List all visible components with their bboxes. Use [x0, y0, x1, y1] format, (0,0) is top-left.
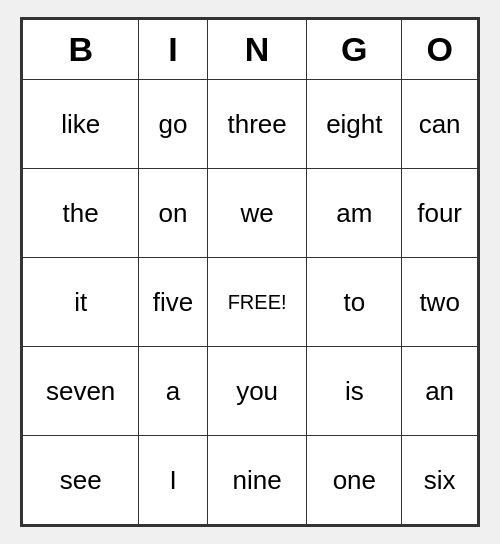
bingo-card: B I N G O likegothreeeightcantheonweamfo… — [20, 17, 480, 527]
cell-r2-c4: two — [402, 258, 478, 347]
cell-r4-c2: nine — [207, 436, 307, 525]
cell-r4-c4: six — [402, 436, 478, 525]
header-g: G — [307, 20, 402, 80]
cell-r3-c1: a — [139, 347, 208, 436]
cell-r1-c1: on — [139, 169, 208, 258]
cell-r2-c0: it — [23, 258, 139, 347]
cell-r1-c3: am — [307, 169, 402, 258]
cell-r0-c1: go — [139, 80, 208, 169]
cell-r0-c0: like — [23, 80, 139, 169]
table-row: likegothreeeightcan — [23, 80, 478, 169]
cell-r4-c1: I — [139, 436, 208, 525]
cell-r2-c2: FREE! — [207, 258, 307, 347]
cell-r2-c1: five — [139, 258, 208, 347]
header-o: O — [402, 20, 478, 80]
cell-r1-c2: we — [207, 169, 307, 258]
bingo-body: likegothreeeightcantheonweamfouritfiveFR… — [23, 80, 478, 525]
cell-r3-c4: an — [402, 347, 478, 436]
cell-r1-c4: four — [402, 169, 478, 258]
table-row: seeInineonesix — [23, 436, 478, 525]
header-b: B — [23, 20, 139, 80]
header-n: N — [207, 20, 307, 80]
cell-r4-c0: see — [23, 436, 139, 525]
cell-r4-c3: one — [307, 436, 402, 525]
cell-r0-c3: eight — [307, 80, 402, 169]
table-row: itfiveFREE!totwo — [23, 258, 478, 347]
header-i: I — [139, 20, 208, 80]
cell-r3-c3: is — [307, 347, 402, 436]
cell-r0-c2: three — [207, 80, 307, 169]
header-row: B I N G O — [23, 20, 478, 80]
table-row: sevenayouisan — [23, 347, 478, 436]
cell-r1-c0: the — [23, 169, 139, 258]
cell-r3-c0: seven — [23, 347, 139, 436]
cell-r0-c4: can — [402, 80, 478, 169]
cell-r3-c2: you — [207, 347, 307, 436]
bingo-table: B I N G O likegothreeeightcantheonweamfo… — [22, 19, 478, 525]
table-row: theonweamfour — [23, 169, 478, 258]
cell-r2-c3: to — [307, 258, 402, 347]
